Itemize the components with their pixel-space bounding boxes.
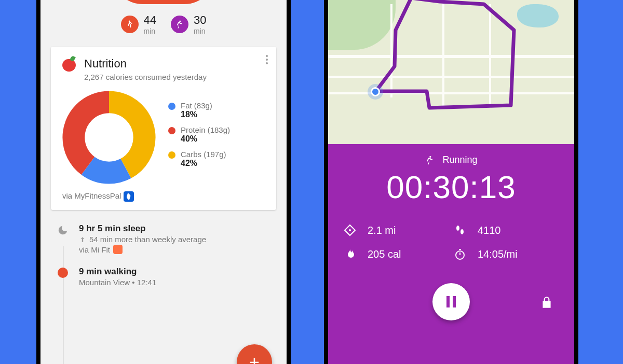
stopwatch-icon [454,248,466,260]
plus-icon: + [249,352,260,365]
nutrition-title: Nutrition [84,57,207,71]
route-path [328,0,574,144]
apple-icon [62,57,77,72]
lock-icon [540,296,553,309]
fit-home-screen: 44 min 30 min Nutrit [40,0,287,364]
stat-steps: 4110 [454,224,559,236]
legend-fat: Fat (83g) 18% [168,101,265,119]
timeline-sleep-item[interactable]: 9 hr 5 min sleep 54 min more than weekly… [55,223,272,254]
running-icon [171,16,188,33]
walking-value: 44 [144,13,156,27]
session-stats: 2.1 mi 4110 205 cal 14:05/mi [344,224,559,260]
walking-icon [121,16,139,33]
current-location-icon [371,87,380,96]
pause-icon [446,296,456,307]
running-value: 30 [194,13,206,27]
steps-icon [454,224,466,236]
running-unit: min [194,27,206,35]
card-overflow-menu[interactable] [266,55,268,64]
running-chip[interactable]: 30 min [171,13,206,35]
svg-rect-7 [459,249,461,250]
moon-icon [55,223,71,254]
legend-protein: Protein (183g) 40% [168,125,265,144]
walking-chip[interactable]: 44 min [121,13,156,35]
running-session-screen: Running 00:30:13 2.1 mi 4110 205 cal [328,0,574,364]
walking-dot-icon [58,268,68,278]
dot-red-icon [168,127,175,134]
add-activity-fab[interactable]: + [237,344,272,364]
phone-right: Running 00:30:13 2.1 mi 4110 205 cal [324,0,578,364]
activity-type-header: Running [344,155,559,165]
dot-yellow-icon [168,151,175,159]
timeline: 9 hr 5 min sleep 54 min more than weekly… [55,210,272,287]
timeline-walking-item[interactable]: 9 min walking Mountain View • 12:41 [55,267,272,287]
nutrition-via: via MyFitnessPal [62,191,265,202]
stat-distance: 2.1 mi [344,224,449,236]
phone-left: 44 min 30 min Nutrit [36,0,291,364]
arrow-up-icon [79,236,86,243]
svg-point-4 [456,226,459,231]
dot-blue-icon [168,103,175,110]
distance-icon [344,224,356,236]
nutrition-legend: Fat (83g) 18% Protein (183g) 40% [168,101,265,174]
route-map[interactable] [328,0,574,144]
mifit-icon [113,245,123,254]
lock-button[interactable] [540,296,553,311]
activity-chips: 44 min 30 min [40,4,287,47]
activity-ring-partial [112,0,215,4]
walking-unit: min [144,27,156,35]
nutrition-donut-chart [62,91,156,184]
running-icon [425,155,435,165]
svg-point-3 [349,229,351,231]
stat-pace: 14:05/mi [454,248,559,260]
session-timer: 00:30:13 [344,169,559,205]
flame-icon [344,248,356,260]
pause-button[interactable] [432,283,470,320]
legend-carbs: Carbs (197g) 42% [168,150,265,168]
stat-calories: 205 cal [344,248,449,260]
svg-point-5 [461,229,464,234]
nutrition-subtitle: 2,267 calories consumed yesterday [84,73,207,81]
nutrition-card[interactable]: Nutrition 2,267 calories consumed yester… [51,47,276,210]
myfitnesspal-icon [124,191,134,202]
